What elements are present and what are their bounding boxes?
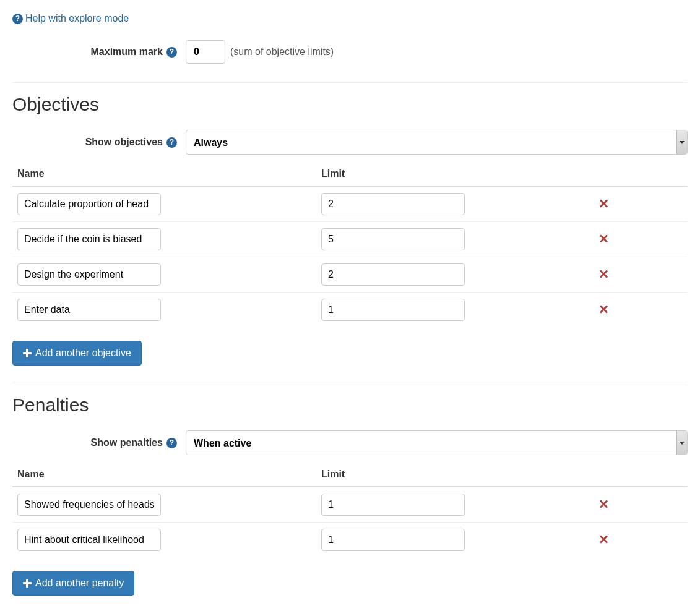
objectives-col-limit: Limit (316, 162, 519, 186)
maximum-mark-row: Maximum mark ? (sum of objective limits) (12, 35, 688, 75)
show-penalties-select[interactable]: When active (186, 430, 688, 455)
objective-name-input[interactable] (17, 263, 161, 286)
help-icon[interactable]: ? (166, 137, 177, 148)
objectives-heading: Objectives (12, 94, 688, 115)
maximum-mark-label-cell: Maximum mark ? (12, 46, 186, 58)
penalties-col-action (519, 463, 688, 487)
table-row (12, 293, 688, 328)
delete-button[interactable] (594, 266, 613, 284)
objective-name-input[interactable] (17, 299, 161, 321)
objective-name-input[interactable] (17, 193, 161, 215)
divider (12, 383, 688, 383)
add-objective-button[interactable]: Add another objective (12, 341, 142, 366)
penalty-limit-input[interactable] (321, 529, 465, 551)
show-objectives-select[interactable]: Always (186, 130, 688, 155)
plus-icon (23, 579, 32, 588)
delete-button[interactable] (594, 301, 613, 319)
delete-button[interactable] (594, 231, 613, 249)
penalty-name-input[interactable] (17, 529, 161, 551)
plus-icon (23, 349, 32, 357)
close-icon (599, 234, 608, 243)
delete-button[interactable] (594, 496, 613, 514)
penalty-limit-input[interactable] (321, 494, 465, 516)
penalties-col-name: Name (12, 463, 316, 487)
help-explore-link[interactable]: ? Help with explore mode (12, 13, 129, 24)
help-icon[interactable]: ? (166, 438, 177, 448)
close-icon (599, 199, 608, 208)
objective-limit-input[interactable] (321, 263, 465, 286)
add-penalty-label: Add another penalty (35, 578, 124, 589)
objectives-col-name: Name (12, 162, 316, 186)
penalties-table: Name Limit (12, 463, 688, 557)
divider (12, 82, 688, 83)
help-icon: ? (12, 14, 23, 24)
maximum-mark-suffix: (sum of objective limits) (230, 46, 334, 58)
objectives-col-action (519, 162, 688, 186)
close-icon (599, 270, 608, 278)
delete-button[interactable] (594, 195, 613, 213)
objectives-table: Name Limit (12, 162, 688, 327)
show-objectives-label-cell: Show objectives ? (12, 137, 186, 148)
table-row (12, 222, 688, 257)
show-penalties-label-cell: Show penalties ? (12, 437, 186, 448)
table-row (12, 523, 688, 558)
objective-limit-input[interactable] (321, 228, 465, 250)
add-penalty-button[interactable]: Add another penalty (12, 571, 134, 596)
help-icon[interactable]: ? (166, 47, 177, 58)
table-row (12, 186, 688, 222)
penalty-name-input[interactable] (17, 494, 161, 516)
close-icon (599, 500, 608, 508)
penalties-col-limit: Limit (316, 463, 519, 487)
objective-name-input[interactable] (17, 228, 161, 250)
objectives-section: Objectives Show objectives ? Always Name… (12, 94, 688, 366)
maximum-mark-input[interactable] (186, 40, 225, 64)
show-objectives-label: Show objectives (85, 137, 163, 148)
maximum-mark-controls: (sum of objective limits) (186, 40, 688, 64)
table-row (12, 257, 688, 293)
help-link-label: Help with explore mode (25, 13, 129, 24)
objective-limit-input[interactable] (321, 193, 465, 215)
delete-button[interactable] (594, 531, 613, 549)
add-objective-label: Add another objective (35, 348, 131, 359)
close-icon (599, 305, 608, 314)
close-icon (599, 535, 608, 544)
penalties-heading: Penalties (12, 395, 688, 416)
penalties-section: Penalties Show penalties ? When active N… (12, 395, 688, 596)
objective-limit-input[interactable] (321, 299, 465, 321)
show-penalties-label: Show penalties (91, 437, 163, 448)
table-row (12, 487, 688, 523)
maximum-mark-label: Maximum mark (91, 46, 163, 58)
